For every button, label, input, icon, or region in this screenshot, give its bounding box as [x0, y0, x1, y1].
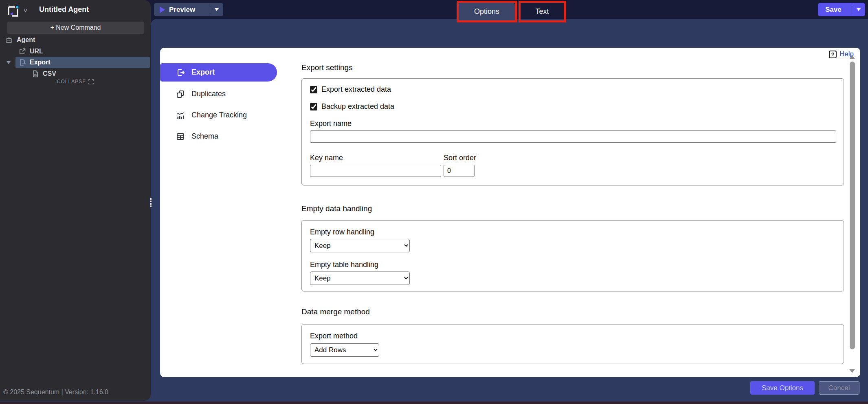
save-options-button[interactable]: Save Options: [750, 381, 815, 395]
options-panel: ? Help Export Duplicates Change Tracking…: [160, 48, 860, 377]
collapse-label: COLLAPSE: [57, 79, 86, 84]
empty-data-box: Empty row handling Keep Empty table hand…: [301, 220, 844, 291]
empty-table-select[interactable]: Keep: [310, 272, 410, 285]
window-bottom-edge: [0, 402, 868, 404]
export-extracted-label: Export extracted data: [321, 85, 391, 94]
panel-nav-label: Change Tracking: [191, 111, 247, 119]
schema-icon: [176, 132, 185, 141]
annotation-box-text: Text: [519, 1, 566, 22]
save-button-label: Save: [825, 6, 852, 14]
collapse-tree-button[interactable]: COLLAPSE: [0, 79, 151, 84]
panel-nav-change-tracking[interactable]: Change Tracking: [160, 106, 277, 124]
csv-file-icon: CSV: [32, 70, 39, 77]
export-name-label: Export name: [310, 119, 352, 128]
panel-nav-label: Duplicates: [191, 90, 226, 98]
tree-item-export[interactable]: Export: [19, 57, 51, 68]
app-logo-icon: [6, 3, 20, 18]
agent-title: Untitled Agent: [39, 5, 89, 14]
export-name-input[interactable]: [310, 130, 836, 143]
sort-order-input[interactable]: [444, 165, 475, 177]
panel-nav-label: Export: [191, 68, 215, 77]
panel-nav-label: Schema: [191, 132, 218, 141]
data-merge-box: Export method Add Rows: [301, 324, 844, 364]
duplicates-icon: [176, 90, 185, 99]
tab-text[interactable]: Text: [521, 3, 564, 20]
external-link-icon: [19, 48, 26, 55]
preview-dropdown-button[interactable]: [210, 8, 223, 11]
robot-icon: [5, 36, 13, 44]
section-heading-data-merge: Data merge method: [301, 307, 370, 316]
scroll-up-arrow[interactable]: [849, 55, 855, 59]
backup-extracted-label: Backup extracted data: [321, 102, 394, 111]
file-export-icon: [19, 59, 26, 66]
workspace-chevron-down-icon[interactable]: ˅: [24, 7, 27, 14]
tree-item-label: Agent: [17, 36, 35, 44]
svg-text:CSV: CSV: [34, 74, 38, 76]
sidebar: ˅ Untitled Agent + New Command Agent URL…: [0, 0, 151, 401]
empty-row-select[interactable]: Keep: [310, 239, 410, 252]
chevron-down-icon: [215, 8, 219, 11]
tree-expander-caret-icon[interactable]: [7, 61, 11, 64]
play-icon: [160, 7, 165, 13]
tab-options[interactable]: Options: [459, 3, 515, 20]
new-command-button[interactable]: + New Command: [7, 22, 144, 34]
tree-item-label: CSV: [43, 70, 56, 77]
section-heading-empty-data: Empty data handling: [301, 204, 372, 213]
export-extracted-checkbox[interactable]: [310, 86, 317, 93]
expand-corners-icon: [88, 79, 94, 84]
tree-item-label: Export: [30, 59, 51, 66]
panel-nav-export[interactable]: Export: [160, 63, 277, 82]
tree-item-agent[interactable]: Agent: [5, 34, 35, 46]
export-icon: [176, 68, 185, 77]
tree-item-label: URL: [30, 48, 43, 55]
empty-table-label: Empty table handling: [310, 261, 378, 269]
cancel-button[interactable]: Cancel: [819, 381, 859, 395]
preview-button-label: Preview: [169, 6, 210, 14]
empty-row-label: Empty row handling: [310, 228, 374, 236]
key-name-label: Key name: [310, 154, 343, 162]
annotation-box-options: Options: [457, 1, 517, 22]
key-name-input[interactable]: [310, 165, 441, 177]
tree-item-url[interactable]: URL: [19, 46, 43, 57]
save-button[interactable]: Save: [818, 3, 865, 16]
question-mark-icon: ?: [829, 51, 837, 58]
change-tracking-icon: [176, 111, 185, 120]
preview-button[interactable]: Preview: [154, 3, 223, 16]
sidebar-resize-handle[interactable]: [149, 197, 152, 208]
scrollbar-thumb[interactable]: [850, 62, 855, 349]
version-footer: © 2025 Sequentum | Version: 1.16.0: [3, 389, 108, 396]
export-method-label: Export method: [310, 332, 358, 340]
export-settings-box: Export extracted data Backup extracted d…: [301, 78, 844, 185]
chevron-down-icon: [857, 8, 861, 11]
save-dropdown-button[interactable]: [852, 8, 865, 11]
sort-order-label: Sort order: [444, 154, 476, 162]
section-heading-export-settings: Export settings: [301, 63, 353, 72]
panel-scrollbar[interactable]: [849, 53, 855, 373]
scroll-down-arrow[interactable]: [849, 369, 855, 373]
tree-item-csv[interactable]: CSV CSV: [32, 68, 56, 79]
backup-extracted-checkbox[interactable]: [310, 103, 317, 110]
panel-nav-duplicates[interactable]: Duplicates: [160, 85, 277, 103]
export-method-select[interactable]: Add Rows: [310, 343, 379, 357]
panel-nav-schema[interactable]: Schema: [160, 127, 277, 146]
